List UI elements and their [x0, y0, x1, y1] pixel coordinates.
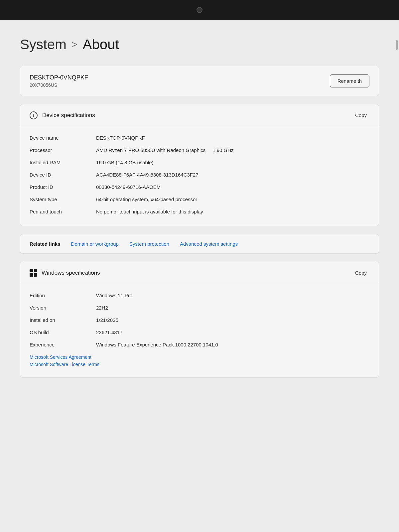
- ms-software-license-link[interactable]: Microsoft Software License Terms: [30, 361, 369, 368]
- computer-name-card: DESKTOP-0VNQPKF 20X70056US Rename th: [20, 66, 379, 96]
- device-specs-table: Device name DESKTOP-0VNQPKF Processor AM…: [20, 126, 379, 226]
- spec-value-device-name: DESKTOP-0VNQPKF: [96, 135, 369, 141]
- spec-value-version: 22H2: [96, 305, 369, 311]
- device-specs-copy-button[interactable]: Copy: [352, 111, 369, 119]
- windows-specs-table: Edition Windows 11 Pro Version 22H2 Inst…: [20, 284, 379, 377]
- ms-links-container: Microsoft Services Agreement Microsoft S…: [30, 351, 369, 369]
- about-breadcrumb: About: [82, 37, 119, 53]
- spec-row-product-id: Product ID 00330-54249-60716-AAOEM: [30, 181, 369, 193]
- spec-value-os-build: 22621.4317: [96, 330, 369, 335]
- spec-row-ram: Installed RAM 16.0 GB (14.8 GB usable): [30, 156, 369, 169]
- spec-value-pen-touch: No pen or touch input is available for t…: [96, 209, 369, 214]
- spec-value-processor: AMD Ryzen 7 PRO 5850U with Radeon Graphi…: [96, 147, 369, 153]
- spec-value-system-type: 64-bit operating system, x64-based proce…: [96, 197, 369, 202]
- spec-label-os-build: OS build: [30, 330, 83, 335]
- pc-id: 20X70056US: [30, 82, 88, 88]
- camera: [197, 7, 202, 13]
- device-specs-header: i Device specifications Copy: [20, 104, 379, 126]
- spec-value-installed-on: 1/21/2025: [96, 317, 369, 323]
- info-icon: i: [30, 111, 38, 119]
- spec-value-device-id: ACA4DE88-F6AF-4A49-8308-313D164C3F27: [96, 172, 369, 178]
- system-breadcrumb: System: [20, 37, 66, 53]
- spec-value-edition: Windows 11 Pro: [96, 293, 369, 298]
- spec-label-product-id: Product ID: [30, 184, 83, 190]
- related-links-section: Related links Domain or workgroup System…: [20, 234, 379, 254]
- spec-row-device-id: Device ID ACA4DE88-F6AF-4A49-8308-313D16…: [30, 169, 369, 181]
- spec-row-pen-touch: Pen and touch No pen or touch input is a…: [30, 205, 369, 218]
- spec-label-ram: Installed RAM: [30, 160, 83, 165]
- breadcrumb-chevron: >: [72, 39, 77, 50]
- device-specs-title-row: i Device specifications: [30, 111, 95, 119]
- spec-row-experience: Experience Windows Feature Experience Pa…: [30, 338, 369, 351]
- spec-row-os-build: OS build 22621.4317: [30, 326, 369, 338]
- spec-row-system-type: System type 64-bit operating system, x64…: [30, 193, 369, 205]
- top-bar: [0, 0, 399, 20]
- page-title: System > About: [20, 37, 379, 53]
- related-links-label: Related links: [30, 241, 61, 247]
- spec-label-experience: Experience: [30, 342, 83, 347]
- windows-icon: [30, 269, 37, 277]
- computer-name-info: DESKTOP-0VNQPKF 20X70056US: [30, 74, 88, 88]
- spec-label-version: Version: [30, 305, 83, 311]
- spec-label-system-type: System type: [30, 197, 83, 202]
- windows-specs-header: Windows specifications Copy: [20, 262, 379, 284]
- rename-button[interactable]: Rename th: [330, 74, 369, 87]
- spec-row-version: Version 22H2: [30, 302, 369, 314]
- ms-services-agreement-link[interactable]: Microsoft Services Agreement: [30, 353, 369, 361]
- spec-row-edition: Edition Windows 11 Pro: [30, 289, 369, 302]
- scrollbar[interactable]: [396, 40, 398, 50]
- spec-row-device-name: Device name DESKTOP-0VNQPKF: [30, 132, 369, 144]
- windows-specs-section: Windows specifications Copy Edition Wind…: [20, 262, 379, 378]
- device-specs-title: Device specifications: [42, 112, 95, 119]
- domain-workgroup-link[interactable]: Domain or workgroup: [71, 241, 119, 247]
- windows-specs-title-row: Windows specifications: [30, 269, 100, 277]
- spec-label-processor: Processor: [30, 147, 83, 153]
- spec-value-product-id: 00330-54249-60716-AAOEM: [96, 184, 369, 190]
- spec-label-edition: Edition: [30, 293, 83, 298]
- device-specs-section: i Device specifications Copy Device name…: [20, 104, 379, 226]
- system-protection-link[interactable]: System protection: [129, 241, 169, 247]
- advanced-system-settings-link[interactable]: Advanced system settings: [180, 241, 238, 247]
- spec-label-installed-on: Installed on: [30, 317, 83, 323]
- content-area: System > About DESKTOP-0VNQPKF 20X70056U…: [0, 20, 399, 532]
- spec-row-installed-on: Installed on 1/21/2025: [30, 314, 369, 326]
- windows-specs-title: Windows specifications: [42, 270, 100, 276]
- windows-specs-copy-button[interactable]: Copy: [352, 269, 369, 277]
- spec-label-pen-touch: Pen and touch: [30, 209, 83, 214]
- spec-label-device-id: Device ID: [30, 172, 83, 178]
- spec-value-experience: Windows Feature Experience Pack 1000.227…: [96, 342, 369, 347]
- spec-row-processor: Processor AMD Ryzen 7 PRO 5850U with Rad…: [30, 144, 369, 156]
- pc-name: DESKTOP-0VNQPKF: [30, 74, 88, 81]
- spec-value-ram: 16.0 GB (14.8 GB usable): [96, 160, 369, 165]
- spec-label-device-name: Device name: [30, 135, 83, 141]
